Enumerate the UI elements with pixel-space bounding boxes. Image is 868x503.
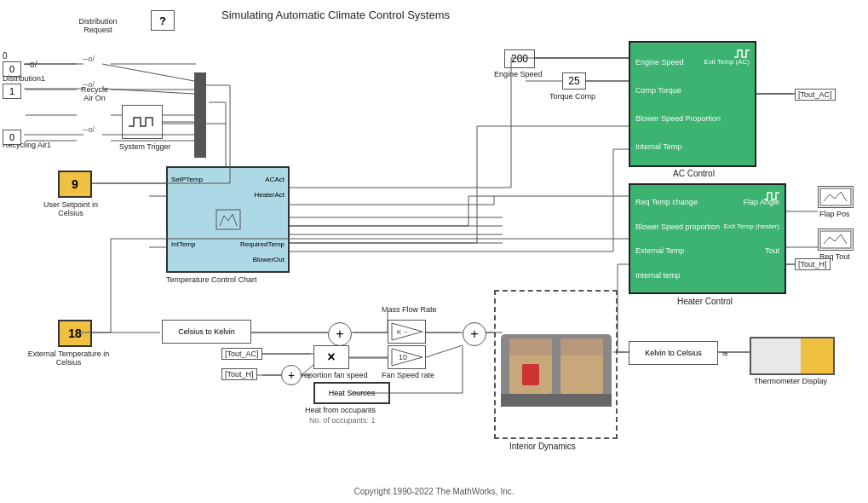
main-canvas: Simulating Automatic Climate Control Sys… [0,0,868,503]
heater-control-block[interactable]: Req Temp change Flap Angle Blower Speed … [629,183,786,294]
req-temp-change-port: Req Temp change [635,198,698,206]
sum-block-1[interactable]: + [328,322,352,346]
user-setpoint-label: User Setpoint in Celsius [32,200,109,217]
distribution-request-label: DistributionRequest [64,17,132,34]
svg-text:─o/: ─o/ [82,55,95,63]
heater-pulse-icon [763,189,780,202]
internal-temp-h-port: Internal temp [635,271,681,280]
heater-control-label: Heater Control [677,297,733,306]
flap-pos-label: Flap Pos [819,210,850,218]
tout-h-out-port: Tout [765,246,779,255]
comp-torque-port: Comp Torque [635,86,681,95]
requiredtemp-port: RequiredTemp [240,240,285,248]
torque-label: Torque Comp [549,92,595,101]
svg-text:10: 10 [399,353,407,361]
recycle-air-label: RecycleAir On [81,85,108,102]
svg-text:K→: K→ [397,328,408,336]
kelvin-celsius-block[interactable]: Kelvin to Celsius [629,341,718,365]
gain-k-block[interactable]: K→ [388,320,426,344]
svg-line-95 [102,89,194,94]
svg-line-80 [426,345,463,357]
ac-control-block[interactable]: Engine Speed Exit Temp (AC) Comp Torque … [629,41,756,167]
stateflow-icon [216,209,241,230]
wireless-icon: ≈ [722,348,728,360]
tout-ac-out: [Tout_AC] [795,89,836,101]
engine-speed-label: Engine Speed [494,70,543,78]
thermometer-display[interactable] [750,337,835,375]
gain-icon: K→ [390,321,424,342]
external-temp-block[interactable]: 18 [58,320,92,347]
dist1-label: Distribution1 [3,74,45,83]
car-interior-image [497,317,616,419]
tout-h-in: [Tout_H] [221,368,257,380]
ac-control-label: AC Control [673,169,715,178]
exit-temp-heater-port: Exit Temp (heater) [724,223,779,231]
question-mark-block[interactable]: ? [151,10,175,31]
req-tout-scope[interactable] [818,228,854,251]
engine-speed-in-port: Engine Speed [635,58,684,66]
prop-fan-speed-label: Proportion fan speed [296,371,368,379]
external-temp-label: External Temperature in Celsius [24,350,113,367]
svg-line-93 [102,64,194,81]
inttemp-port: IntTemp [171,240,195,248]
svg-text:─o/: ─o/ [82,125,95,134]
system-trigger-label: System Trigger [119,142,171,151]
copyright: Copyright 1990-2022 The MathWorks, Inc. [354,487,514,496]
svg-rect-45 [501,394,612,407]
torque-const[interactable]: 25 [562,72,586,90]
external-temp-h-port: External Temp [635,246,684,255]
acact-port: ACAct [265,176,285,183]
celsius-kelvin-block[interactable]: Celsius to Kelvin [162,320,251,344]
engine-speed-const[interactable]: 200 [504,49,535,68]
user-setpoint-block[interactable]: 9 [58,171,92,198]
flap-pos-scope[interactable] [818,186,854,208]
svg-rect-43 [509,338,552,356]
multiply-block[interactable]: × [313,345,349,369]
dist1-const[interactable]: 1 [3,84,21,99]
dist-switch: ─o/ [24,60,37,69]
interior-dynamics-label: Interior Dynamics [509,442,576,451]
blower-speed-prop-port: Blower Speed Proportion [635,114,721,123]
gain-10-block[interactable]: 10 [388,345,426,369]
svg-rect-37 [216,210,240,229]
svg-rect-46 [522,364,539,385]
ac-pulse-icon [733,47,750,60]
page-title: Simulating Automatic Climate Control Sys… [221,9,450,21]
interior-dynamics-box [494,290,618,439]
heateract-port: HeaterAct [254,191,285,199]
internal-temp-port-ac: Internal Temp [635,142,681,151]
distribution-label: 0 [3,51,8,61]
temp-control-chart[interactable]: SetPTemp ACAct HeaterAct IntTemp Require… [166,166,290,273]
blowerout-port: BlowerOut [253,256,285,263]
blower-speed-prop-h-port: Blower Speed proportion [635,223,720,231]
temp-control-label: Temperature Control Chart [166,275,257,284]
sum-block-2[interactable]: + [463,322,486,346]
fan-speed-rate-label: Fan Speed rate [382,371,434,379]
gain-10-icon: 10 [390,347,424,367]
svg-rect-38 [820,188,851,205]
sum-block-tout[interactable]: + [281,365,302,385]
pulse-icon [127,113,158,130]
scope-icon-req [819,230,852,249]
mass-flow-rate-label: Mass Flow Rate [382,305,437,314]
scope-icon-flap [819,188,852,206]
no-occupants-label: No. of occupants: 1 [309,416,376,425]
tout-ac-in: [Tout_AC] [221,348,262,360]
setptemp-port: SetPTemp [171,176,203,183]
thermometer-label: Thermometer Display [754,377,827,385]
heat-sources-block[interactable]: Heat Sources [313,382,390,404]
dist2-const[interactable]: 0 [3,130,21,145]
heat-occupants-label: Heat from occupants [305,406,376,414]
svg-rect-39 [820,231,851,248]
tout-h-out: [Tout_H] [795,258,831,270]
system-trigger-block[interactable] [122,105,163,139]
mux-block[interactable] [194,72,206,158]
svg-rect-44 [560,338,603,356]
